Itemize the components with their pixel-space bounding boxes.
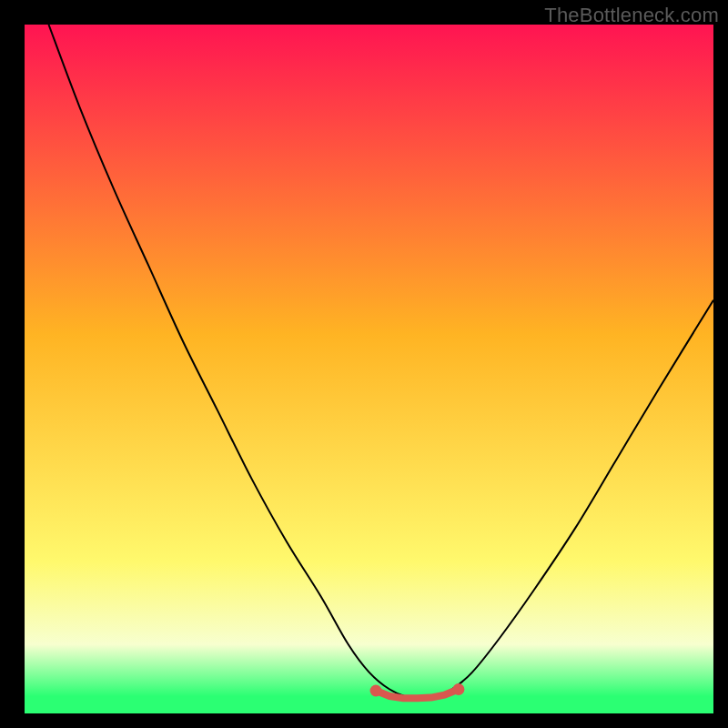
optimal-endpoint: [452, 683, 464, 695]
watermark-text: TheBottleneck.com: [544, 4, 719, 27]
optimal-endpoint: [370, 685, 382, 697]
chart-stage: TheBottleneck.com: [0, 0, 728, 728]
plot-area: [25, 25, 713, 713]
gradient-background: [25, 25, 713, 713]
bottleneck-chart-svg: [25, 25, 713, 713]
